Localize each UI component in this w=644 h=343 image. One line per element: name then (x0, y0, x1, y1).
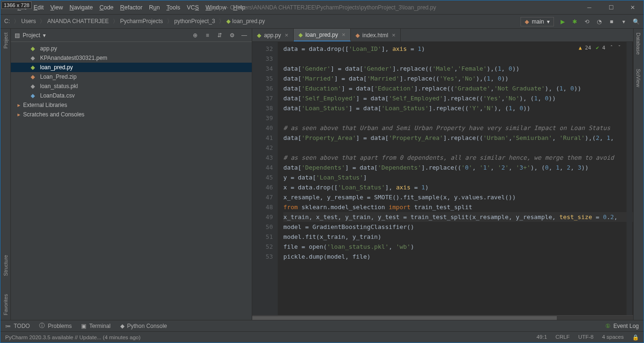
project-tree: ◆app.py◆KPAnandatest030321.pem◆loan_pred… (11, 42, 252, 121)
status-eol[interactable]: CRLF (555, 334, 570, 341)
status-pos: 49:1 (537, 334, 547, 341)
tree-root-scratches-and-consoles[interactable]: ▸ Scratches and Consoles (11, 110, 252, 119)
panel-title: Project (23, 32, 40, 39)
tb-todo[interactable]: ≔ TODO (5, 323, 30, 329)
menu-navigate[interactable]: Navigate (70, 4, 93, 11)
more-icon[interactable]: ▾ (620, 18, 627, 25)
close-icon[interactable]: × (342, 31, 346, 38)
crumb-c-[interactable]: C: (4, 18, 10, 24)
status-left[interactable]: PyCharm 2020.3.5 available // Update... … (5, 335, 140, 340)
chevron-down-icon[interactable]: ▾ (43, 32, 46, 39)
file-icon: ◆ (31, 45, 37, 52)
breadcrumb: C:〉Users〉ANANDA CHATTERJEE〉PycharmProjec… (4, 17, 267, 25)
nav-up-icon[interactable]: ˆ (610, 45, 613, 51)
rail-favorites[interactable]: Favorites (3, 294, 8, 315)
editor[interactable]: ▲ 24 ✔ 4 ˆ ˇ 323334353637383940414243444… (252, 42, 633, 315)
hide-icon[interactable]: — (240, 32, 248, 39)
tree-root-external-libraries[interactable]: ▸ External Libraries (11, 100, 252, 110)
search-icon[interactable]: 🔍 (632, 18, 640, 25)
tab-label: loan_pred.py (305, 32, 338, 38)
crumb-ananda-chatterjee[interactable]: ANANDA CHATTERJEE (47, 18, 108, 24)
menu-run[interactable]: Run (149, 4, 160, 11)
nav-down-icon[interactable]: ˇ (618, 45, 621, 51)
locate-icon[interactable]: ⊕ (191, 32, 199, 39)
run-config-label: main (532, 18, 544, 25)
folder-icon: ▤ (15, 32, 20, 39)
lib-icon: ▸ (17, 111, 20, 118)
file-icon: ◆ (31, 74, 37, 80)
horizontal-scrollbar[interactable] (252, 315, 633, 320)
tree-file-app-py[interactable]: ◆app.py (11, 44, 252, 53)
tb-python-console[interactable]: ◆ Python Console (120, 323, 167, 329)
event-log-badge: ① (605, 323, 611, 329)
file-label: app.py (40, 45, 57, 52)
gutter: 3233343536373839404142434445464748495051… (252, 42, 278, 315)
menu-view[interactable]: View (50, 4, 63, 11)
crumb-loan-pred-py[interactable]: ◆ loan_pred.py (226, 18, 265, 24)
file-icon: ◆ (31, 64, 37, 71)
close-icon[interactable]: × (285, 32, 289, 39)
crumb-users[interactable]: Users (21, 18, 36, 24)
gear-icon[interactable]: ⚙ (228, 32, 236, 39)
rail-sciview[interactable]: SciView (636, 69, 641, 87)
rail-project[interactable]: Project (3, 33, 8, 49)
tab-label: app.py (264, 32, 281, 39)
bottom-toolbar: ≔ TODO ⓘ Problems ▣ Terminal ◆ Python Co… (0, 320, 644, 331)
nav-bar: C:〉Users〉ANANDA CHATTERJEE〉PycharmProjec… (0, 15, 644, 29)
file-label: KPAnandatest030321.pem (40, 55, 107, 61)
lock-icon[interactable]: 🔒 (632, 334, 639, 341)
warnings-count[interactable]: ▲ 24 (578, 45, 591, 51)
rail-database[interactable]: Database (636, 33, 641, 55)
menu-vcs[interactable]: VCS (187, 4, 199, 11)
file-label: loan_status.pkl (40, 83, 78, 90)
tree-file-loan-status-pkl[interactable]: ◆loan_status.pkl (11, 82, 252, 91)
tb-problems[interactable]: ⓘ Problems (39, 322, 72, 330)
tb-terminal[interactable]: ▣ Terminal (81, 323, 110, 329)
collapse-icon[interactable]: ⇵ (216, 32, 223, 39)
tab-index-html[interactable]: ◆index.html× (351, 29, 401, 41)
maximize-button[interactable]: ☐ (600, 1, 622, 14)
tree-file-loandata-csv[interactable]: ◆LoanData.csv (11, 91, 252, 100)
run-icon[interactable]: ▶ (559, 18, 566, 25)
menu-tools[interactable]: Tools (166, 4, 180, 11)
rail-structure[interactable]: Structure (3, 255, 8, 276)
menu-refactor[interactable]: Refactor (120, 4, 142, 11)
event-log[interactable]: Event Log (613, 323, 639, 329)
code-area[interactable]: data = data.drop(['Loan_ID'], axis = 1) … (278, 42, 633, 315)
left-rail: Project Structure Favorites (0, 29, 11, 320)
debug-icon[interactable]: ✱ (571, 18, 578, 25)
file-icon: ◆ (298, 32, 303, 38)
window-title: app.py - C:\Users\ANANDA CHATTERJEE\Pych… (208, 4, 436, 11)
tab-loan-pred-py[interactable]: ◆loan_pred.py× (294, 29, 351, 41)
menu-code[interactable]: Code (99, 4, 114, 11)
root-label: External Libraries (23, 102, 67, 108)
error-stripe[interactable] (627, 42, 632, 315)
coverage-icon[interactable]: ⟲ (583, 18, 591, 25)
run-configuration[interactable]: ◆ main ▾ (520, 17, 554, 26)
menu-edit[interactable]: Edit (33, 4, 44, 11)
tree-file-kpanandatest030321-pem[interactable]: ◆KPAnandatest030321.pem (11, 53, 252, 63)
crumb-pythonproject-3[interactable]: pythonProject_3 (174, 18, 215, 24)
tree-file-loan-pred-py[interactable]: ◆loan_pred.py (11, 63, 252, 72)
title-bar: File Edit View Navigate Code Refactor Ru… (0, 0, 644, 15)
checks-count[interactable]: ✔ 4 (596, 45, 605, 51)
tree-file-loan-pred-zip[interactable]: ◆Loan_Pred.zip (11, 72, 252, 82)
lib-icon: ▸ (17, 102, 20, 108)
root-label: Scratches and Consoles (23, 111, 84, 118)
profile-icon[interactable]: ◔ (595, 18, 603, 25)
file-icon: ◆ (31, 83, 37, 90)
minimize-button[interactable]: ─ (578, 1, 600, 14)
project-panel: ▤ Project ▾ ⊕ ≡ ⇵ ⚙ — ◆app.py◆KPAnandate… (11, 29, 252, 320)
chevron-down-icon: ▾ (547, 18, 550, 25)
file-icon: ◆ (257, 32, 261, 39)
expand-icon[interactable]: ≡ (204, 32, 211, 39)
stop-icon[interactable]: ■ (608, 18, 615, 25)
status-indent[interactable]: 4 spaces (602, 334, 624, 341)
tab-app-py[interactable]: ◆app.py× (252, 29, 294, 41)
crumb-pycharmprojects[interactable]: PycharmProjects (120, 18, 163, 24)
status-encoding[interactable]: UTF-8 (578, 334, 594, 341)
file-icon: ◆ (31, 55, 37, 61)
close-icon[interactable]: × (392, 32, 396, 39)
close-button[interactable]: ✕ (622, 1, 644, 14)
file-label: loan_pred.py (40, 64, 73, 71)
